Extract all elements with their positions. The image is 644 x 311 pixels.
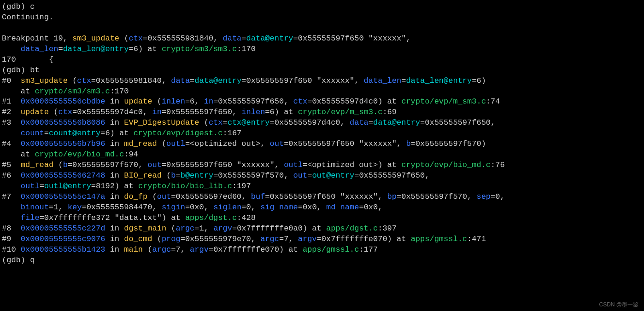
p: ctx	[209, 118, 223, 127]
sep: ,	[251, 235, 256, 243]
in: in	[110, 192, 119, 201]
op: (	[162, 139, 166, 148]
frame-no: #8	[2, 224, 11, 233]
p: out	[157, 192, 171, 201]
line: :177	[359, 245, 378, 254]
val: 0x55555597f650 "xxxxxx"	[298, 34, 406, 43]
eq: =	[265, 108, 269, 116]
fn: md_read	[21, 161, 53, 169]
e: data@entry	[373, 118, 420, 127]
sep: ,	[275, 161, 279, 169]
sep: ,	[378, 192, 382, 201]
eq: =	[72, 108, 77, 116]
op: (	[58, 161, 63, 169]
line: :471	[467, 235, 486, 243]
v: <optimized out>	[307, 161, 378, 169]
line: :94	[124, 150, 138, 159]
cmd: bt	[30, 66, 39, 75]
path: apps/dgst.c	[185, 213, 237, 222]
gdb-terminal[interactable]: (gdb) c Continuing. Breakpoint 19, sm3_u…	[0, 0, 644, 265]
prompt: (gdb)	[2, 256, 25, 265]
op: (	[124, 34, 129, 43]
p: file	[21, 213, 40, 222]
v: 8192	[96, 182, 115, 190]
fn: update	[124, 97, 152, 106]
eq: =	[91, 182, 96, 190]
eq: =	[298, 203, 303, 212]
p: argc	[152, 245, 171, 254]
cmd: c	[30, 2, 35, 11]
eq: =	[91, 76, 96, 85]
v: 0x555555984470	[87, 203, 152, 212]
op: (	[53, 108, 58, 116]
p: sigin	[162, 203, 185, 212]
line: :76	[491, 161, 505, 169]
p: ctx	[58, 108, 72, 116]
sep: ,	[340, 118, 345, 127]
eq: =	[185, 139, 190, 148]
sep: ,	[204, 224, 209, 233]
p: binout	[21, 203, 49, 212]
fn: md_read	[124, 139, 157, 148]
sep: ,	[406, 34, 410, 43]
sep: ,	[138, 161, 143, 169]
eq: =	[307, 97, 312, 106]
sep: ,	[260, 139, 265, 148]
eq: =	[265, 192, 269, 201]
sep: ,	[284, 97, 288, 106]
v: 0x55555597ed60	[176, 192, 242, 201]
prompt: (gdb)	[2, 2, 25, 11]
p: inlen	[162, 97, 185, 106]
p: outl	[284, 161, 303, 169]
eq: =	[190, 76, 194, 85]
cp: ) at	[115, 182, 134, 190]
eq: =	[209, 245, 213, 254]
eq: =	[317, 235, 322, 243]
eq: =	[143, 34, 147, 43]
p: sep	[476, 192, 491, 201]
eq: =	[181, 235, 185, 243]
sep: ,	[354, 76, 359, 85]
eq: =	[293, 34, 298, 43]
v: 0x555555979e70	[185, 235, 251, 243]
eq: =	[284, 139, 288, 148]
p: b	[171, 171, 176, 180]
v: <optimized out>	[190, 139, 260, 148]
sep: ,	[204, 203, 209, 212]
frame-no: #4	[2, 139, 11, 148]
path: crypto/sm3/sm3.c	[35, 87, 110, 96]
p: outl	[21, 182, 40, 190]
at: at	[21, 87, 30, 96]
line: :197	[232, 182, 251, 190]
watermark: CSDN @墨一鉴	[599, 301, 638, 308]
eq: =	[171, 192, 176, 201]
path: crypto/evp/bio_md.c	[35, 150, 124, 159]
v: 0x55555597f650	[425, 118, 491, 127]
eq: =	[241, 203, 246, 212]
eq: =	[491, 192, 495, 201]
addr: 0x00005555556b7b96	[21, 139, 105, 148]
sep: ,	[162, 76, 166, 85]
eq: =	[171, 245, 176, 254]
op: (	[157, 235, 162, 243]
v: 0x7fffffffe0a0	[237, 224, 303, 233]
path: crypto/evp/m_sm3.c	[401, 97, 486, 106]
eq: =	[241, 34, 246, 43]
path: crypto/bio/bio_lib.c	[138, 182, 232, 190]
p: inlen	[241, 108, 265, 116]
sep: ,	[491, 118, 495, 127]
eq: =	[185, 203, 190, 212]
v: 0x0	[303, 203, 317, 212]
at: at	[21, 150, 30, 159]
eq: =	[129, 45, 133, 53]
cp: )	[481, 76, 486, 85]
eq: =	[82, 203, 86, 212]
v: 1	[199, 224, 204, 233]
v: 0	[246, 203, 251, 212]
p: out	[293, 171, 308, 180]
v: 6	[105, 129, 110, 138]
v: 1	[53, 203, 58, 212]
in: in	[110, 224, 119, 233]
p: out	[270, 139, 284, 148]
sep: ,	[425, 171, 429, 180]
